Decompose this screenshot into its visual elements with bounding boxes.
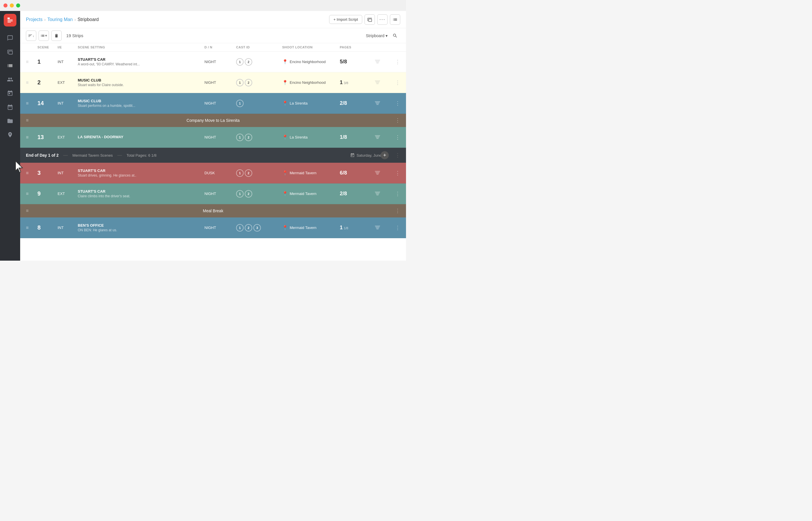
location-name: Encino Neighborhood xyxy=(290,60,326,64)
eod-separator-2: — xyxy=(117,153,122,158)
location-name: Mermaid Tavern xyxy=(290,226,317,230)
eod-pages: Total Pages: 6 1/8 xyxy=(127,153,157,158)
row-actions-menu[interactable]: ⋮ xyxy=(392,59,400,65)
sidebar xyxy=(0,11,20,260)
drag-handle-icon[interactable]: ≡ xyxy=(26,80,38,85)
table-row[interactable]: ≡ 1 INT STUART'S CAR A word-out, '93 CAM… xyxy=(20,51,406,72)
cast-ids: 1 2 xyxy=(236,79,282,86)
location: 📍 Mermaid Tavern xyxy=(282,170,340,176)
pages: 5/8 xyxy=(340,59,374,65)
cast-ids: 1 2 3 xyxy=(236,224,282,231)
sidebar-item-folder[interactable] xyxy=(4,115,17,127)
table-row[interactable]: ≡ 14 INT MUSIC CLUB Stuart performs on a… xyxy=(20,93,406,114)
sidebar-item-thumbnail[interactable] xyxy=(4,46,17,58)
drag-handle-icon[interactable]: ≡ xyxy=(26,118,28,123)
search-button[interactable] xyxy=(390,30,400,41)
scene-number: 8 xyxy=(38,224,57,231)
row-actions-menu[interactable]: ⋮ xyxy=(392,170,400,176)
location: 📍 Encino Neighborhood xyxy=(282,59,340,65)
delete-button[interactable] xyxy=(51,30,62,41)
breadcrumb-projects[interactable]: Projects xyxy=(26,17,43,22)
svg-rect-1 xyxy=(7,20,13,20)
pages-value: 6/8 xyxy=(340,170,347,176)
stripboard-selector[interactable]: Stripboard ▾ xyxy=(366,33,388,38)
th-cast-id: CAST ID xyxy=(236,46,282,49)
sidebar-item-schedule[interactable] xyxy=(4,87,17,100)
setting-desc: ON BEN: He glares at us. xyxy=(78,228,205,232)
int-ext: INT xyxy=(57,101,78,106)
drag-handle-icon[interactable]: ≡ xyxy=(26,171,38,176)
table-row[interactable]: ≡ 8 INT BEN'S OFFICE ON BEN: He glares a… xyxy=(20,218,406,238)
separator-row: ≡ Company Move to La Sirenita ⋮ xyxy=(20,114,406,127)
cast-badge: 1 xyxy=(236,190,243,198)
import-script-button[interactable]: + Import Script xyxy=(329,15,362,24)
topbar-actions: + Import Script ··· xyxy=(329,15,400,25)
pages-fraction: 1/8 xyxy=(344,226,348,230)
sidebar-item-location[interactable] xyxy=(4,129,17,141)
strip-layer-icon xyxy=(374,100,392,106)
drag-handle-icon[interactable]: ≡ xyxy=(26,191,38,197)
drag-handle-icon[interactable]: ≡ xyxy=(26,101,38,106)
eod-separator: — xyxy=(63,153,68,158)
drag-handle-icon[interactable]: ≡ xyxy=(26,225,38,230)
int-ext: EXT xyxy=(57,81,78,85)
table-row[interactable]: ≡ 3 INT STUART'S CAR Stuart drives, grin… xyxy=(20,163,406,183)
row-actions-menu[interactable]: ⋮ xyxy=(392,191,400,197)
cast-badge: 1 xyxy=(236,79,243,86)
table-row[interactable]: ≡ 9 EXT STUART'S CAR Claire climbs into … xyxy=(20,183,406,204)
breadcrumb-project[interactable]: Touring Man xyxy=(47,17,73,22)
eod-actions-menu[interactable]: ⋮ xyxy=(395,152,400,158)
strips-count: 19 Strips xyxy=(66,33,363,38)
setting-desc: Stuart waits for Claire outside. xyxy=(78,83,205,87)
close-button[interactable] xyxy=(3,3,7,7)
add-strip-button[interactable]: + xyxy=(39,30,49,41)
location-pin-icon: 📍 xyxy=(282,100,288,106)
view-toggle-button[interactable] xyxy=(365,15,375,25)
app-logo[interactable] xyxy=(4,14,17,26)
setting-column: MUSIC CLUB Stuart waits for Claire outsi… xyxy=(78,78,205,87)
row-actions-menu[interactable]: ⋮ xyxy=(392,134,400,140)
row-actions-menu[interactable]: ⋮ xyxy=(392,100,400,107)
more-options-button[interactable]: ··· xyxy=(377,15,388,25)
setting-column: MUSIC CLUB Stuart performs on a humble, … xyxy=(78,99,205,108)
location-pin-icon: 📍 xyxy=(282,59,288,65)
day-night: DUSK xyxy=(205,171,236,175)
minimize-button[interactable] xyxy=(10,3,14,7)
cast-badge: 1 xyxy=(236,58,243,66)
th-scene-setting: SCENE SETTING xyxy=(78,46,205,49)
maximize-button[interactable] xyxy=(16,3,20,7)
pages: 1 3/8 xyxy=(340,80,374,86)
sidebar-item-calendar[interactable] xyxy=(4,101,17,113)
sidebar-item-stripboard[interactable] xyxy=(4,59,17,72)
sidebar-item-people[interactable] xyxy=(4,73,17,86)
location: 📍 Mermaid Tavern xyxy=(282,225,340,230)
cast-badge: 2 xyxy=(245,169,252,177)
separator-text: Meal Break xyxy=(203,208,224,213)
pages: 6/8 xyxy=(340,170,374,176)
sort-button[interactable]: ↓ xyxy=(26,30,36,41)
th-scene: SCENE xyxy=(38,46,57,49)
setting-desc: Stuart performs on a humble, spotlit... xyxy=(78,104,205,108)
scene-number: 13 xyxy=(38,134,57,140)
cast-ids: 1 2 xyxy=(236,190,282,198)
setting-column: STUART'S CAR Claire climbs into the driv… xyxy=(78,189,205,198)
eod-add-button[interactable]: + xyxy=(381,151,389,159)
drag-handle-icon[interactable]: ≡ xyxy=(26,59,38,65)
setting-column: LA SIRENITA - DOORWAY xyxy=(78,135,205,140)
table-row[interactable]: ≡ 2 EXT MUSIC CLUB Stuart waits for Clai… xyxy=(20,72,406,93)
sidebar-item-chat[interactable] xyxy=(4,32,17,44)
table-row[interactable]: ≡ 13 EXT LA SIRENITA - DOORWAY NIGHT 1 2… xyxy=(20,127,406,148)
setting-column: STUART'S CAR Stuart drives, grinning. He… xyxy=(78,168,205,177)
breadcrumb: Projects › Touring Man › Stripboard xyxy=(26,17,329,22)
drag-handle-icon[interactable]: ≡ xyxy=(26,208,28,213)
row-actions-menu[interactable]: ⋮ xyxy=(392,225,400,231)
cast-ids: 1 2 xyxy=(236,58,282,66)
separator-actions-menu[interactable]: ⋮ xyxy=(395,208,400,214)
row-actions-menu[interactable]: ⋮ xyxy=(392,80,400,86)
drag-handle-icon[interactable]: ≡ xyxy=(26,135,38,140)
separator-actions-menu[interactable]: ⋮ xyxy=(395,117,400,123)
pages: 2/8 xyxy=(340,191,374,197)
list-view-button[interactable] xyxy=(390,15,400,25)
strip-layer-icon xyxy=(374,59,392,65)
cast-badge: 1 xyxy=(236,134,243,141)
